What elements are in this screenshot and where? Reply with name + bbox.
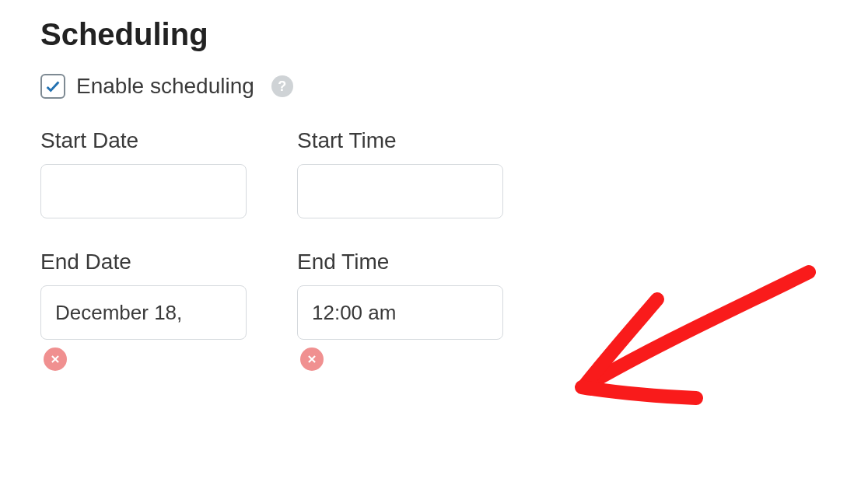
clear-end-time-button[interactable] (300, 348, 324, 371)
start-date-input[interactable] (40, 164, 247, 218)
end-date-label: End Date (40, 250, 243, 274)
clear-end-date-button[interactable] (44, 348, 67, 371)
help-icon[interactable]: ? (271, 75, 293, 97)
enable-scheduling-label: Enable scheduling (76, 74, 254, 99)
start-time-label: Start Time (297, 128, 499, 153)
close-icon (50, 354, 61, 365)
end-time-field: End Time (297, 250, 499, 371)
start-date-field: Start Date (40, 128, 243, 218)
start-date-label: Start Date (40, 128, 243, 153)
scheduling-fields-grid: Start Date Start Time End Date End Time (40, 128, 585, 371)
end-time-input[interactable] (297, 285, 503, 340)
enable-scheduling-row: Enable scheduling ? (40, 74, 828, 99)
end-time-label: End Time (297, 250, 499, 274)
section-title: Scheduling (40, 17, 828, 52)
end-date-field: End Date (40, 250, 243, 371)
end-date-input[interactable] (40, 285, 247, 340)
check-icon (44, 78, 61, 95)
enable-scheduling-checkbox[interactable] (40, 74, 65, 99)
close-icon (306, 354, 317, 365)
start-time-input[interactable] (297, 164, 503, 218)
start-time-field: Start Time (297, 128, 499, 218)
